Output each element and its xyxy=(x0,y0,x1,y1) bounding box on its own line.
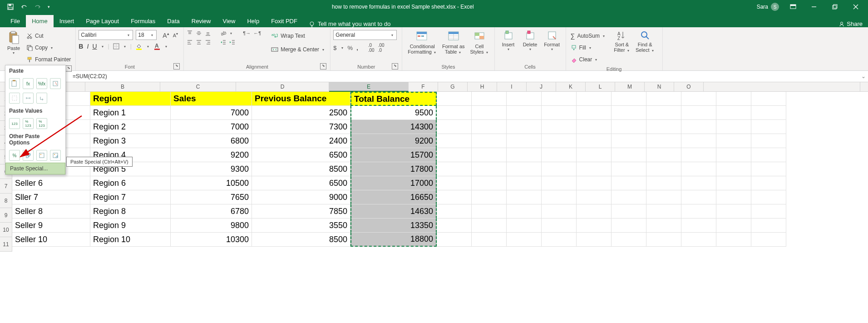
cell[interactable] xyxy=(542,204,577,219)
font-dialog-launcher[interactable]: ⬊ xyxy=(173,63,180,70)
paste-picture-option[interactable] xyxy=(36,150,47,161)
cell[interactable] xyxy=(751,233,786,247)
user-account[interactable]: Sara S xyxy=(753,3,783,11)
cell[interactable] xyxy=(437,92,472,106)
cell[interactable] xyxy=(577,219,612,233)
cell[interactable]: 9800 xyxy=(171,219,252,233)
cell[interactable]: 7000 xyxy=(171,120,252,134)
number-dialog-launcher[interactable]: ⬊ xyxy=(392,63,398,70)
cell[interactable] xyxy=(577,106,612,120)
formula-input[interactable]: =SUM(C2:D2) xyxy=(70,73,859,80)
cell[interactable] xyxy=(751,120,786,134)
format-as-table-button[interactable]: Format asTable ▾ xyxy=(439,28,468,56)
cell[interactable] xyxy=(646,106,681,120)
number-format-select[interactable]: General▾ xyxy=(333,30,397,40)
cell[interactable] xyxy=(646,190,681,204)
cell[interactable] xyxy=(612,162,646,176)
cell[interactable] xyxy=(507,176,542,190)
cell[interactable] xyxy=(751,219,786,233)
cell[interactable]: 7650 xyxy=(171,190,252,204)
redo-button[interactable] xyxy=(31,0,44,14)
cell[interactable] xyxy=(577,233,612,247)
cell[interactable] xyxy=(751,176,786,190)
cell[interactable]: Region xyxy=(90,92,171,106)
cell[interactable] xyxy=(437,219,472,233)
cell[interactable] xyxy=(612,219,646,233)
align-center-button[interactable] xyxy=(196,39,202,45)
comma-format-button[interactable]: , xyxy=(356,45,358,51)
cell[interactable]: 6800 xyxy=(171,134,252,148)
col-header-H[interactable]: H xyxy=(468,82,497,91)
cell[interactable]: 13350 xyxy=(350,219,437,233)
cell[interactable]: Seller 8 xyxy=(12,204,90,219)
cell[interactable] xyxy=(716,92,751,106)
cell[interactable] xyxy=(507,162,542,176)
cell[interactable] xyxy=(716,233,751,247)
paste-link-option[interactable]: 🔗 xyxy=(23,150,34,161)
italic-button[interactable]: I xyxy=(87,43,89,50)
close-button[interactable] xyxy=(845,0,866,14)
cell[interactable]: Region 7 xyxy=(90,190,171,204)
format-button[interactable]: Format▾ xyxy=(541,28,563,53)
cell[interactable] xyxy=(681,134,716,148)
cell[interactable]: Sller 7 xyxy=(12,190,90,204)
cell[interactable]: Seller 6 xyxy=(12,176,90,190)
col-header-M[interactable]: M xyxy=(615,82,645,91)
cell[interactable] xyxy=(577,190,612,204)
cell[interactable] xyxy=(542,176,577,190)
autosum-button[interactable]: ∑AutoSum▾ xyxy=(569,30,607,42)
paste-button[interactable]: Paste ▾ xyxy=(3,28,25,57)
align-top-button[interactable] xyxy=(187,30,193,36)
cell[interactable]: Region 8 xyxy=(90,204,171,219)
cell[interactable] xyxy=(507,106,542,120)
cell[interactable]: 9000 xyxy=(252,190,350,204)
find-select-button[interactable]: Find &Select ▾ xyxy=(633,28,657,55)
cell[interactable]: Seller 10 xyxy=(12,233,90,247)
sort-filter-button[interactable]: AZSort &Filter ▾ xyxy=(611,28,633,55)
cell[interactable] xyxy=(472,190,507,204)
cell[interactable] xyxy=(472,106,507,120)
tab-file[interactable]: File xyxy=(5,15,26,27)
fill-color-button[interactable] xyxy=(135,43,143,50)
cell[interactable] xyxy=(542,106,577,120)
cell[interactable]: Seller 9 xyxy=(12,219,90,233)
cell[interactable] xyxy=(577,204,612,219)
cell[interactable]: 8500 xyxy=(252,233,350,247)
paste-keep-source-option[interactable] xyxy=(50,78,61,89)
cell[interactable] xyxy=(681,120,716,134)
cell[interactable] xyxy=(437,120,472,134)
cell[interactable]: 10300 xyxy=(171,233,252,247)
cell[interactable]: 9500 xyxy=(350,106,437,120)
col-header-L[interactable]: L xyxy=(586,82,615,91)
cell[interactable]: 8500 xyxy=(252,162,350,176)
font-color-button[interactable]: A xyxy=(153,43,161,50)
cell[interactable] xyxy=(612,204,646,219)
formula-bar-expand[interactable]: ⌄ xyxy=(859,73,868,80)
cell[interactable]: 9200 xyxy=(171,148,252,162)
cell[interactable] xyxy=(507,233,542,247)
cell[interactable] xyxy=(646,204,681,219)
cell[interactable] xyxy=(507,204,542,219)
decrease-indent-button[interactable] xyxy=(220,39,227,45)
cell[interactable] xyxy=(542,162,577,176)
percent-format-button[interactable]: % xyxy=(348,45,353,51)
insert-button[interactable]: Insert▾ xyxy=(498,28,519,53)
cell[interactable] xyxy=(716,106,751,120)
paste-values-number-option[interactable]: %123 xyxy=(23,118,34,129)
delete-button[interactable]: Delete▾ xyxy=(519,28,541,53)
cell[interactable] xyxy=(681,106,716,120)
cell[interactable] xyxy=(612,106,646,120)
borders-button[interactable] xyxy=(113,43,119,50)
cell[interactable]: 17000 xyxy=(350,176,437,190)
tab-help[interactable]: Help xyxy=(241,15,265,27)
cell[interactable] xyxy=(646,176,681,190)
align-right-button[interactable] xyxy=(205,39,211,45)
tab-insert[interactable]: Insert xyxy=(54,15,80,27)
cell[interactable] xyxy=(577,176,612,190)
paste-col-width-option[interactable] xyxy=(23,93,34,104)
row-header-7[interactable]: 7 xyxy=(0,179,12,194)
cell[interactable]: Region 1 xyxy=(90,106,171,120)
paste-values-option[interactable]: 123 xyxy=(9,118,20,129)
cell[interactable]: 6500 xyxy=(252,176,350,190)
cell[interactable] xyxy=(716,190,751,204)
